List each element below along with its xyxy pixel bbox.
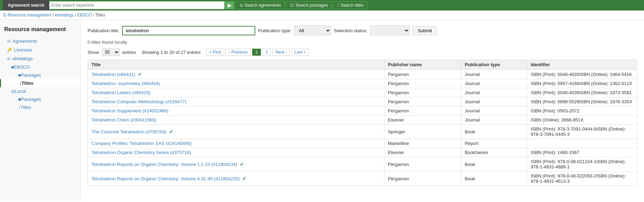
cell-publisher: Pergamon: [384, 97, 461, 106]
selected-checkmark-icon: ✔: [242, 176, 247, 181]
ebsco-packages-icon: ■: [18, 72, 21, 78]
col-header-title: Title: [88, 60, 385, 70]
results-summary: 0 titles found locally: [88, 40, 637, 45]
title-link[interactable]: Tetrahedron (#66431): [91, 72, 135, 77]
sidebar-item-licenses[interactable]: 🔑 Licenses: [0, 46, 80, 54]
sidebar-item-local[interactable]: ◎ Local: [0, 87, 80, 95]
first-page-button[interactable]: « First: [206, 49, 224, 56]
cell-publisher: Springer: [384, 125, 461, 139]
search-packages-button[interactable]: ☑ Search packages: [286, 1, 332, 9]
selection-status-select[interactable]: SelectedNot Selected: [370, 26, 410, 35]
sidebar-item-ebsco[interactable]: ■ EBSCO: [0, 63, 80, 71]
cell-identifier: ISBN (Print): 0040-4039ISBN (Online): 18…: [527, 88, 637, 97]
publication-title-label: Publication title:: [88, 28, 119, 33]
search-form: Publication title: Publication type: All…: [88, 26, 637, 35]
cell-pubtype: Book: [461, 125, 527, 139]
page-1-button[interactable]: 1: [252, 49, 261, 56]
title-link[interactable]: Tetrahedron Letters (#66433): [91, 90, 150, 95]
table-row: Tetrahedron Reports on Organic Chemistry…: [88, 157, 637, 172]
cell-title: Tetrahedron: asymmetry (#66434): [88, 79, 385, 88]
title-link[interactable]: The Concrete Tetrahedron (#795704): [91, 129, 166, 134]
breadcrumb-eresource[interactable]: E-Resource management: [4, 13, 51, 18]
show-entries-select[interactable]: 102050100: [102, 48, 120, 56]
entries-label: entries: [123, 50, 136, 55]
title-link[interactable]: Tetrahedron Computer Methodology (#15947…: [91, 99, 186, 104]
search-agreements-button[interactable]: ⊙ Search agreements: [236, 1, 285, 9]
local-icon: ◎: [11, 89, 15, 94]
cell-title: Tetrahedron Supplement (#14032466): [88, 106, 385, 116]
previous-page-button[interactable]: ‹ Previous: [226, 49, 251, 56]
table-row: Tetrahedron Supplement (#14032466)Pergam…: [88, 106, 637, 116]
local-packages-icon: ■: [18, 97, 21, 102]
last-page-button[interactable]: Last »: [291, 49, 309, 56]
col-header-identifier: Identifier: [527, 60, 637, 70]
table-row: Tetrahedron Organic Chemistry Series (#3…: [88, 148, 637, 157]
cell-pubtype: Journal: [461, 88, 527, 97]
sidebar-item-ebsco-packages[interactable]: ■ Packages: [0, 71, 80, 79]
publication-type-select[interactable]: AllJournalBookBookSeriesReport: [294, 26, 331, 35]
cell-identifier: ISBN (Print): 0957-4166ISBN (Online): 13…: [527, 79, 637, 88]
breadcrumb: E-Resource management / eHoldings / EBSC…: [0, 11, 644, 20]
sidebar-item-local-titles-label: Titles: [21, 105, 32, 110]
cell-publisher: Elsevier: [384, 148, 461, 157]
search-titles-button[interactable]: ↕ Search titles: [333, 1, 367, 9]
title-link[interactable]: Tetrahedron Reports on Organic Chemistry…: [91, 176, 240, 181]
cell-publisher: Pergamon: [384, 79, 461, 88]
cell-pubtype: Journal: [461, 116, 527, 125]
cell-title: Tetrahedron Computer Methodology (#15947…: [88, 97, 385, 106]
cell-identifier: ISBN (Print): 1460-1567: [527, 148, 637, 157]
breadcrumb-titles: Titles: [95, 13, 105, 18]
table-row: Tetrahedron (#66431)✔PergamonJournalISBN…: [88, 70, 637, 79]
title-link[interactable]: Tetrahedron Organic Chemistry Series (#3…: [91, 150, 191, 155]
sidebar: Resource management ◎ Agreements 🔑 Licen…: [0, 20, 81, 201]
results-table: Title Publisher name Publication type Id…: [88, 60, 637, 186]
sidebar-item-local-label: Local: [15, 89, 26, 94]
next-page-button[interactable]: Next ›: [272, 49, 290, 56]
cell-publisher: Pergamon: [384, 172, 461, 186]
agreement-search-tab[interactable]: Agreement search: [3, 0, 49, 11]
sidebar-item-licenses-label: Licenses: [14, 47, 32, 53]
breadcrumb-eholdings[interactable]: eHoldings: [55, 13, 74, 18]
breadcrumb-ebsco[interactable]: EBSCO: [77, 13, 92, 18]
cell-identifier: ISBN (Print): 0898-5529ISBN (Online): 18…: [527, 97, 637, 106]
col-header-pubtype: Publication type: [461, 60, 527, 70]
title-link[interactable]: Company Profiles: Tetrahedron SAS (#1414…: [91, 141, 192, 146]
showing-text: Showing 1 to 20 of 27 entries: [142, 50, 201, 55]
title-link[interactable]: Tetrahedron: asymmetry (#66434): [91, 81, 160, 86]
search-agreements-icon: ⊙: [240, 3, 243, 8]
cell-pubtype: Journal: [461, 106, 527, 116]
top-bar: Agreement search ▶ ⊙ Search agreements ☑…: [0, 0, 644, 11]
top-search-go-button[interactable]: ▶: [225, 1, 234, 9]
cell-pubtype: Journal: [461, 70, 527, 79]
table-row: Tetrahedron Chem (#30411560)ElsevierJour…: [88, 116, 637, 125]
publication-title-input[interactable]: [122, 26, 255, 35]
col-header-publisher: Publisher name: [384, 60, 461, 70]
title-link[interactable]: Tetrahedron Supplement (#14032466): [91, 108, 168, 113]
cell-publisher: Pergamon: [384, 106, 461, 116]
cell-publisher: Pergamon: [384, 88, 461, 97]
sidebar-item-agreements[interactable]: ◎ Agreements: [0, 37, 80, 46]
sidebar-item-eholdings[interactable]: ◎ eHoldings: [0, 54, 80, 63]
sidebar-item-local-titles[interactable]: ↕ Titles: [0, 103, 80, 111]
sidebar-item-local-packages[interactable]: ■ Packages: [0, 95, 80, 103]
cell-publisher: Marketline: [384, 139, 461, 148]
sidebar-item-ebsco-titles-label: Titles: [22, 81, 34, 86]
cell-publisher: Pergamon: [384, 70, 461, 79]
title-link[interactable]: Tetrahedron Chem (#30411560): [91, 117, 156, 123]
cell-identifier: ISBN (Print): 0040-4020ISBN (Online): 14…: [527, 70, 637, 79]
cell-pubtype: Journal: [461, 97, 527, 106]
pagination-bar: Show 102050100 entries Showing 1 to 20 o…: [88, 48, 637, 56]
page-2-button[interactable]: 2: [262, 49, 271, 56]
selected-checkmark-icon: ✔: [169, 129, 173, 134]
title-link[interactable]: Tetrahedron Reports on Organic Chemistry…: [91, 162, 237, 167]
publication-type-label: Publication type:: [258, 28, 291, 33]
cell-title: Tetrahedron Chem (#30411560): [88, 116, 385, 125]
search-packages-icon: ☑: [290, 3, 294, 8]
cell-identifier: [527, 139, 637, 148]
sidebar-item-eholdings-label: eHoldings: [13, 56, 33, 61]
sidebar-item-ebsco-titles[interactable]: ↕ Titles: [0, 79, 80, 87]
submit-button[interactable]: Submit: [413, 26, 437, 35]
cell-title: Tetrahedron (#66431)✔: [88, 70, 385, 79]
top-search-input[interactable]: [49, 1, 224, 9]
table-row: The Concrete Tetrahedron (#795704)✔Sprin…: [88, 125, 637, 139]
